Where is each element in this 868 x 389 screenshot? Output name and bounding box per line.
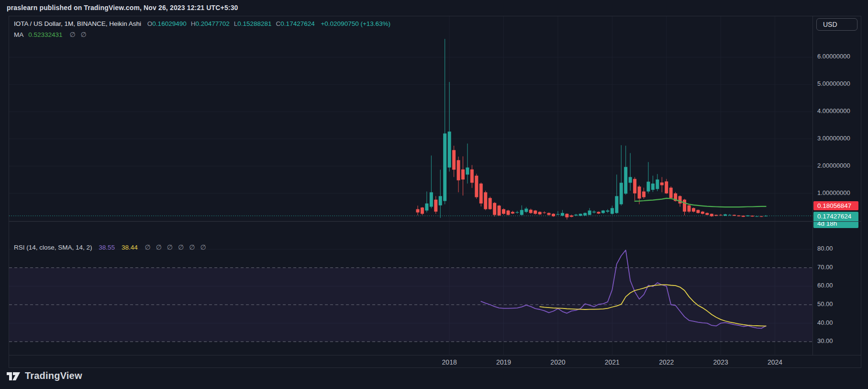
price-tick-label: 6.00000000 bbox=[817, 53, 850, 60]
year-label[interactable]: 2019 bbox=[493, 358, 514, 366]
ha-close-value: 0.17427624 bbox=[817, 213, 858, 220]
hide-indicator-icon[interactable]: ∅ bbox=[178, 243, 184, 251]
hide-indicator-icon[interactable]: ∅ bbox=[156, 243, 162, 251]
ha-close-price-label: 0.17427624 4d 18h bbox=[813, 212, 858, 228]
candlestick-series bbox=[416, 39, 768, 219]
candle bbox=[592, 210, 596, 214]
chart-frame: IOTA / US Dollar, 1M, BINANCE, Heikin As… bbox=[9, 16, 861, 368]
price-tick-label: 1.00000000 bbox=[817, 189, 850, 196]
hide-indicator-icon[interactable]: ∅ bbox=[69, 31, 75, 38]
candle bbox=[624, 146, 627, 194]
candle bbox=[737, 215, 740, 217]
candle bbox=[633, 177, 636, 201]
candle bbox=[434, 196, 437, 214]
year-label[interactable]: 2018 bbox=[439, 358, 460, 366]
pane-separator[interactable] bbox=[9, 221, 861, 222]
candle bbox=[515, 211, 519, 214]
footer-brand[interactable]: TradingView bbox=[6, 370, 82, 381]
ohlc-letter: C bbox=[276, 20, 281, 27]
ohlc-value: 0.17427624 bbox=[280, 20, 314, 27]
hide-indicator-icon[interactable]: ∅ bbox=[81, 31, 87, 38]
candle bbox=[461, 156, 465, 195]
candle bbox=[430, 156, 433, 208]
hide-indicator-icon[interactable]: ∅ bbox=[200, 243, 206, 251]
candle bbox=[470, 165, 474, 188]
candle bbox=[547, 212, 551, 216]
ohlc-value: 0.15288281 bbox=[237, 20, 271, 27]
candle bbox=[489, 196, 492, 209]
year-label[interactable]: 2024 bbox=[765, 358, 786, 366]
candle bbox=[507, 210, 510, 216]
main-legend: IOTA / US Dollar, 1M, BINANCE, Heikin As… bbox=[14, 19, 390, 40]
candle bbox=[601, 210, 605, 214]
year-label[interactable]: 2020 bbox=[547, 358, 568, 366]
rsi-legend-row: RSI (14, close, SMA, 14, 2) 38.55 38.44 … bbox=[14, 242, 206, 252]
rsi-indicator-title[interactable]: RSI (14, close, SMA, 14, 2) bbox=[14, 244, 92, 251]
candle bbox=[538, 211, 542, 215]
ma-value: 0.52332431 bbox=[28, 31, 62, 38]
candle bbox=[755, 216, 758, 217]
rsi-tick-label: 60.00 bbox=[817, 282, 833, 289]
candle bbox=[611, 206, 614, 215]
rsi-sma-value: 38.44 bbox=[122, 244, 138, 251]
tradingview-logo-icon bbox=[6, 370, 21, 381]
candle bbox=[556, 211, 559, 216]
ohlc-value: 0.20477702 bbox=[195, 20, 229, 27]
hide-indicator-icon[interactable]: ∅ bbox=[167, 243, 173, 251]
candle bbox=[529, 208, 533, 214]
candle bbox=[452, 146, 456, 177]
year-label[interactable]: 2022 bbox=[656, 358, 677, 366]
rsi-tick-label: 80.00 bbox=[817, 245, 833, 252]
candle bbox=[416, 206, 420, 215]
candle bbox=[552, 213, 555, 217]
hide-indicator-icon[interactable]: ∅ bbox=[189, 243, 195, 251]
candle bbox=[443, 39, 446, 204]
candle bbox=[742, 216, 745, 217]
ohlc-letter: H bbox=[191, 20, 196, 27]
candle bbox=[692, 207, 695, 212]
symbol-legend-row: IOTA / US Dollar, 1M, BINANCE, Heikin As… bbox=[14, 19, 390, 29]
candle bbox=[620, 145, 623, 206]
candle bbox=[439, 170, 442, 218]
ma-legend-row: MA 0.52332431 ∅∅ bbox=[14, 29, 390, 40]
candle bbox=[719, 214, 723, 216]
rsi-tick-label: 40.00 bbox=[817, 319, 833, 326]
currency-unit-button[interactable]: USD bbox=[816, 18, 857, 31]
chart-plot-area[interactable]: IOTA / US Dollar, 1M, BINANCE, Heikin As… bbox=[9, 16, 812, 355]
candle bbox=[484, 191, 487, 210]
ma-label: MA bbox=[14, 31, 23, 38]
tradingview-brand-text: TradingView bbox=[25, 370, 82, 381]
candle bbox=[669, 186, 673, 199]
symbol-title[interactable]: IOTA / US Dollar, 1M, BINANCE, Heikin As… bbox=[14, 20, 141, 27]
candle bbox=[723, 214, 727, 216]
candle bbox=[705, 212, 709, 215]
rsi-tick-label: 50.00 bbox=[817, 300, 833, 308]
year-label[interactable]: 2023 bbox=[710, 358, 731, 366]
candle bbox=[688, 205, 691, 213]
candle bbox=[466, 144, 469, 184]
rsi-value: 38.55 bbox=[99, 244, 115, 251]
candle bbox=[574, 214, 578, 216]
candle bbox=[493, 202, 496, 217]
candle bbox=[498, 205, 501, 216]
candle bbox=[710, 214, 713, 217]
ohlc-letter: O bbox=[147, 20, 153, 27]
time-axis[interactable]: 2018201920202021202220232024 bbox=[9, 355, 861, 367]
price-tick-label: 2.00000000 bbox=[817, 162, 850, 169]
candle bbox=[701, 211, 704, 215]
last-price-label: 0.18056847 bbox=[813, 201, 858, 210]
ma-line bbox=[635, 198, 766, 207]
price-axis[interactable]: USD 6.000000005.000000004.000000003.0000… bbox=[812, 16, 861, 355]
tradingview-snapshot: praslearn published on TradingView.com, … bbox=[0, 0, 868, 389]
year-label[interactable]: 2021 bbox=[601, 358, 623, 366]
chart-canvas[interactable] bbox=[9, 16, 812, 355]
candle bbox=[597, 211, 601, 214]
candle bbox=[728, 214, 732, 216]
hide-indicator-icon[interactable]: ∅ bbox=[145, 243, 150, 251]
candle bbox=[615, 174, 618, 214]
price-tick-label: 4.00000000 bbox=[817, 107, 850, 114]
price-tick-label: 3.00000000 bbox=[817, 135, 850, 142]
candle bbox=[457, 157, 460, 192]
candle bbox=[511, 211, 514, 214]
candle bbox=[534, 210, 537, 215]
